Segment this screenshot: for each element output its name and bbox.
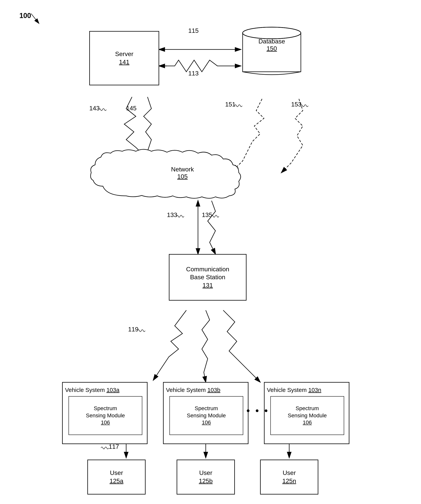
- ref-143: 143: [89, 105, 100, 112]
- ref-119: 119: [128, 326, 138, 333]
- comm-base-number: 131: [202, 281, 213, 289]
- spec-mod-b-number: 106: [202, 419, 211, 426]
- vehicle-a-label: Vehicle System: [65, 387, 105, 393]
- server-box: Server 141: [89, 31, 159, 85]
- database-shape: [241, 25, 303, 79]
- fig-arrow: [19, 12, 43, 27]
- ref-153: 153: [291, 101, 301, 108]
- database-label-container: Database 150: [243, 38, 301, 52]
- user-n-label: User: [283, 469, 296, 477]
- user-a-box: User 125a: [87, 460, 146, 494]
- ref-145: 145: [126, 105, 136, 112]
- vehicle-b-label: Vehicle System: [166, 387, 206, 393]
- server-number: 141: [119, 58, 129, 66]
- user-b-label: User: [199, 469, 212, 477]
- user-b-number: 125b: [199, 477, 213, 485]
- spec-mod-b-label: Spectrum Sensing Module: [187, 405, 226, 419]
- vehicle-n-box: Vehicle System 103n Spectrum Sensing Mod…: [264, 382, 349, 444]
- spec-mod-n-number: 106: [303, 419, 312, 426]
- spec-mod-n-box: Spectrum Sensing Module 106: [270, 396, 344, 435]
- database-number: 150: [267, 45, 277, 52]
- svg-line-12: [31, 14, 39, 23]
- ref-151: 151: [225, 101, 235, 108]
- database-label: Database: [259, 38, 285, 45]
- ellipsis-dots: • • •: [246, 405, 269, 416]
- diagram-container: 100 Server 141 Database 150 115 113: [0, 0, 421, 504]
- vehicle-n-number: 103n: [308, 387, 321, 393]
- ref-117: 117: [109, 443, 119, 450]
- user-a-label: User: [110, 469, 123, 477]
- vehicle-n-label: Vehicle System: [267, 387, 307, 393]
- user-n-box: User 125n: [260, 460, 318, 494]
- spec-mod-a-number: 106: [101, 419, 110, 426]
- ref-115: 115: [188, 27, 199, 34]
- vehicle-b-number: 103b: [207, 387, 220, 393]
- ref-133: 133: [167, 211, 177, 219]
- vehicle-a-box: Vehicle System 103a Spectrum Sensing Mod…: [62, 382, 147, 444]
- spec-mod-a-label: Spectrum Sensing Module: [86, 405, 125, 419]
- vehicle-b-box: Vehicle System 103b Spectrum Sensing Mod…: [163, 382, 249, 444]
- network-label-container: Network 105: [153, 166, 212, 180]
- server-label: Server: [115, 50, 133, 58]
- spec-mod-n-label: Spectrum Sensing Module: [288, 405, 327, 419]
- ref-113: 113: [188, 70, 199, 77]
- user-a-number: 125a: [110, 477, 123, 485]
- vehicle-a-number: 103a: [106, 387, 119, 393]
- comm-base-box: Communication Base Station 131: [169, 254, 246, 300]
- spec-mod-b-box: Spectrum Sensing Module 106: [170, 396, 243, 435]
- user-n-number: 125n: [282, 477, 296, 485]
- network-label: Network: [153, 166, 212, 173]
- user-b-box: User 125b: [177, 460, 235, 494]
- network-number: 105: [153, 173, 212, 180]
- comm-base-label: Communication Base Station: [186, 265, 229, 281]
- ref-135: 135: [202, 211, 212, 219]
- spec-mod-a-box: Spectrum Sensing Module 106: [68, 396, 142, 435]
